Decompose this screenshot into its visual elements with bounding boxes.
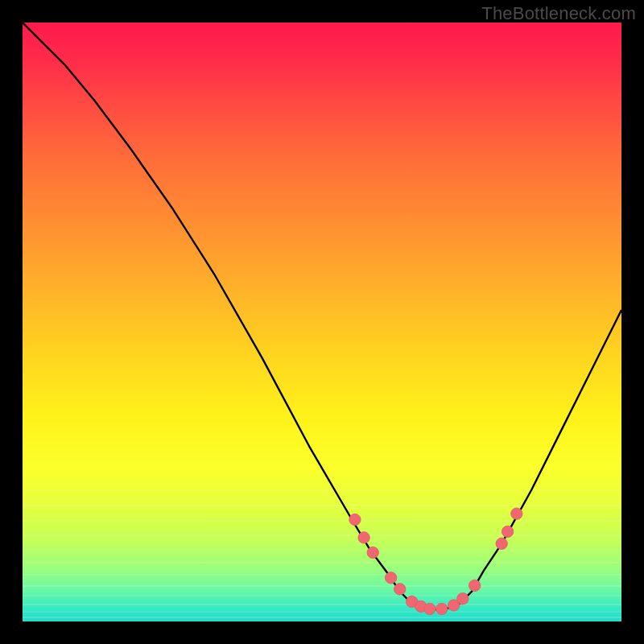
chart-frame: TheBottleneck.com <box>0 0 644 644</box>
highlight-dot <box>511 508 522 519</box>
highlight-dot <box>502 526 513 537</box>
bottleneck-curve <box>23 23 621 609</box>
highlight-dot <box>424 603 436 614</box>
plot-area <box>23 23 621 621</box>
highlight-dot <box>496 538 507 549</box>
highlight-dot <box>385 572 396 584</box>
highlight-dot <box>394 584 406 595</box>
highlight-dot <box>457 593 469 605</box>
highlight-dot <box>469 580 481 591</box>
highlight-dot <box>358 532 369 543</box>
highlight-dot <box>349 514 361 525</box>
highlight-dots-group <box>349 508 522 615</box>
highlight-dot <box>367 547 378 558</box>
curve-svg <box>23 23 621 621</box>
highlight-dot <box>436 603 448 614</box>
watermark-text: TheBottleneck.com <box>481 3 636 24</box>
